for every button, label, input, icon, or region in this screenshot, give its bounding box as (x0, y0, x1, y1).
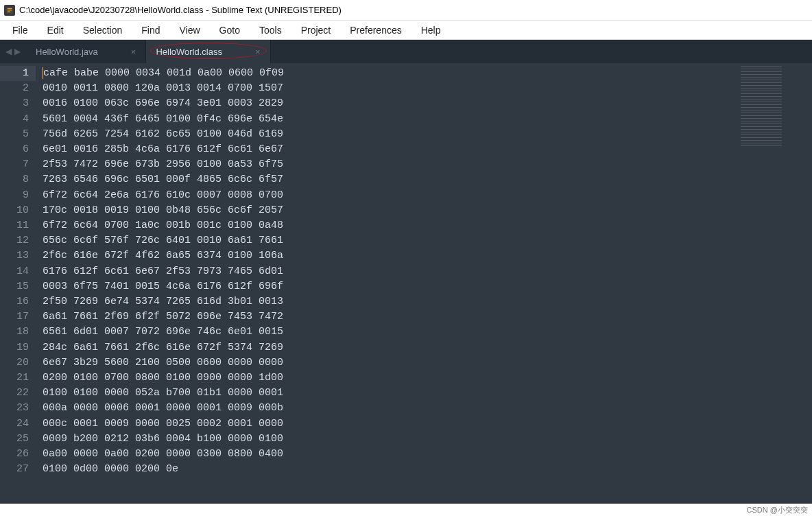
menu-preferences[interactable]: Preferences (340, 22, 411, 38)
code-line[interactable]: 6e01 0016 285b 4c6a 6176 612f 6c61 6e67 (43, 142, 738, 157)
code-line[interactable]: 0009 b200 0212 03b6 0004 b100 0000 0100 (43, 432, 738, 447)
minimap-preview (741, 66, 782, 148)
code-line[interactable]: 2f6c 616e 672f 4f62 6a65 6374 0100 106a (43, 248, 738, 263)
code-line[interactable]: 6a61 7661 2f69 6f2f 5072 696e 7453 7472 (43, 309, 738, 325)
code-line[interactable]: 0100 0d00 0000 0200 0e (43, 462, 738, 477)
code-line[interactable]: 2f53 7472 696e 673b 2956 0100 0a53 6f75 (43, 157, 738, 172)
code-line[interactable]: 5601 0004 436f 6465 0100 0f4c 696e 654e (43, 112, 738, 127)
svg-rect-2 (8, 10, 12, 10)
line-number: 5 (0, 127, 29, 142)
title-bar: C:\code\javacode\J20230728\HelloWorld.cl… (0, 0, 812, 21)
menu-view[interactable]: View (170, 22, 210, 38)
line-number: 8 (0, 172, 29, 187)
code-line[interactable]: 0016 0100 063c 696e 6974 3e01 0003 2829 (43, 96, 738, 111)
line-number: 7 (0, 157, 29, 172)
menu-selection[interactable]: Selection (73, 22, 132, 38)
code-line[interactable]: 0010 0011 0800 120a 0013 0014 0700 1507 (43, 81, 738, 96)
footer: CSDN @小突突突 (0, 504, 812, 516)
nav-forward-icon[interactable]: ▶ (14, 47, 21, 56)
code-line[interactable]: 6176 612f 6c61 6e67 2f53 7973 7465 6d01 (43, 264, 738, 279)
line-number: 6 (0, 142, 29, 157)
line-number: 2 (0, 81, 29, 96)
line-number: 23 (0, 401, 29, 416)
line-number: 1 (0, 66, 36, 81)
menu-edit[interactable]: Edit (38, 22, 73, 38)
line-number: 16 (0, 294, 29, 309)
code-line[interactable]: 6f72 6c64 0700 1a0c 001b 001c 0100 0a48 (43, 218, 738, 233)
svg-rect-3 (8, 11, 10, 12)
nav-arrows: ◀ ▶ (0, 40, 26, 63)
minimap[interactable] (738, 63, 812, 504)
line-number: 21 (0, 371, 29, 386)
code-line[interactable]: cafe babe 0000 0034 001d 0a00 0600 0f09 (43, 66, 738, 81)
line-number: 9 (0, 188, 29, 203)
app-icon (4, 5, 15, 16)
line-number: 17 (0, 309, 29, 325)
line-number: 4 (0, 112, 29, 127)
editor: 1234567891011121314151617181920212223242… (0, 63, 812, 504)
line-number: 10 (0, 203, 29, 218)
tab-bar: ◀ ▶ HelloWorld.java × HelloWorld.class × (0, 40, 812, 63)
close-icon[interactable]: × (131, 47, 136, 57)
menu-tools[interactable]: Tools (250, 22, 291, 38)
tab-label: HelloWorld.class (156, 47, 222, 57)
tab-label: HelloWorld.java (36, 47, 98, 57)
menu-goto[interactable]: Goto (210, 22, 250, 38)
code-line[interactable]: 0003 6f75 7401 0015 4c6a 6176 612f 696f (43, 279, 738, 294)
watermark: CSDN @小突突突 (747, 505, 808, 515)
code-line[interactable]: 7263 6546 696c 6501 000f 4865 6c6c 6f57 (43, 172, 738, 187)
line-number: 26 (0, 447, 29, 462)
line-number: 24 (0, 417, 29, 432)
line-number: 11 (0, 218, 29, 233)
code-line[interactable]: 0100 0100 0000 052a b700 01b1 0000 0001 (43, 386, 738, 401)
menu-bar: File Edit Selection Find View Goto Tools… (0, 21, 812, 40)
code-line[interactable]: 000a 0000 0006 0001 0000 0001 0009 000b (43, 401, 738, 416)
line-number: 15 (0, 279, 29, 294)
line-number: 18 (0, 325, 29, 340)
line-number: 27 (0, 462, 29, 477)
gutter: 1234567891011121314151617181920212223242… (0, 63, 36, 504)
line-number: 22 (0, 386, 29, 401)
code-line[interactable]: 656c 6c6f 576f 726c 6401 0010 6a61 7661 (43, 233, 738, 248)
text-cursor (43, 67, 43, 79)
code-area[interactable]: cafe babe 0000 0034 001d 0a00 0600 0f090… (36, 63, 738, 504)
line-number: 19 (0, 340, 29, 355)
code-line[interactable]: 000c 0001 0009 0000 0025 0002 0001 0000 (43, 417, 738, 432)
menu-find[interactable]: Find (132, 22, 169, 38)
code-line[interactable]: 6f72 6c64 2e6a 6176 610c 0007 0008 0700 (43, 188, 738, 203)
code-line[interactable]: 284c 6a61 7661 2f6c 616e 672f 5374 7269 (43, 340, 738, 355)
code-line[interactable]: 756d 6265 7254 6162 6c65 0100 046d 6169 (43, 127, 738, 142)
nav-back-icon[interactable]: ◀ (5, 47, 12, 56)
menu-help[interactable]: Help (411, 22, 451, 38)
code-line[interactable]: 0a00 0000 0a00 0200 0000 0300 0800 0400 (43, 447, 738, 462)
code-line[interactable]: 170c 0018 0019 0100 0b48 656c 6c6f 2057 (43, 203, 738, 218)
code-line[interactable]: 6561 6d01 0007 7072 696e 746c 6e01 0015 (43, 325, 738, 340)
code-line[interactable]: 2f50 7269 6e74 5374 7265 616d 3b01 0013 (43, 294, 738, 309)
code-line[interactable]: 0200 0100 0700 0800 0100 0900 0000 1d00 (43, 371, 738, 386)
svg-rect-1 (8, 8, 12, 9)
menu-project[interactable]: Project (291, 22, 341, 38)
tab-helloworld-java[interactable]: HelloWorld.java × (26, 40, 146, 63)
line-number: 20 (0, 355, 29, 371)
line-number: 14 (0, 264, 29, 279)
line-number: 3 (0, 96, 29, 111)
menu-file[interactable]: File (3, 22, 38, 38)
line-number: 25 (0, 432, 29, 447)
line-number: 13 (0, 248, 29, 263)
close-icon[interactable]: × (255, 47, 261, 57)
line-number: 12 (0, 233, 29, 248)
window-title: C:\code\javacode\J20230728\HelloWorld.cl… (19, 5, 342, 15)
code-line[interactable]: 6e67 3b29 5600 2100 0500 0600 0000 0000 (43, 355, 738, 371)
tab-helloworld-class[interactable]: HelloWorld.class × (146, 40, 270, 63)
